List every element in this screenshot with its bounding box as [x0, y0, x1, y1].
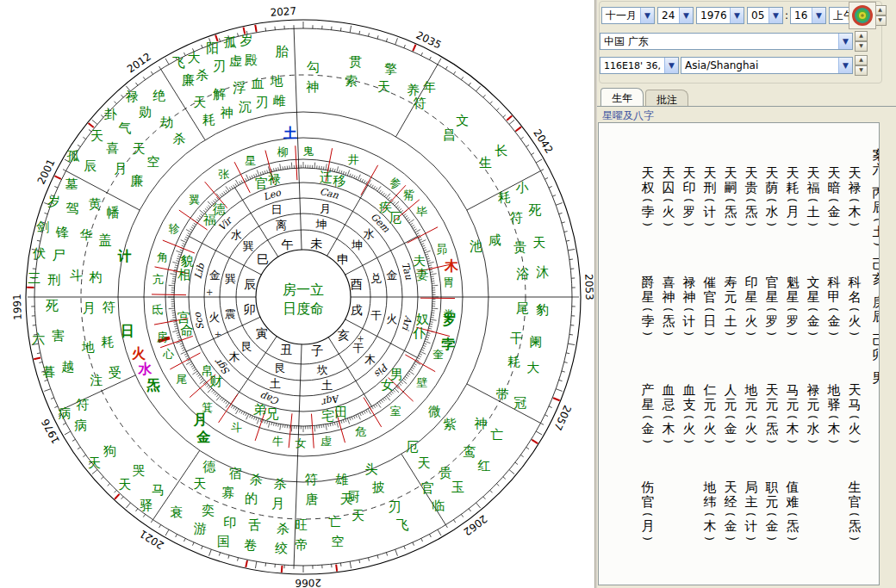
- outer-tick: [509, 470, 514, 474]
- star-table-column: 科名(火): [845, 275, 864, 338]
- outer-tick: [135, 83, 137, 85]
- ruler-tick: [420, 240, 426, 243]
- table-char: 福: [807, 181, 820, 195]
- chevron-down-icon[interactable]: ▼: [664, 58, 678, 73]
- table-char: 金: [725, 422, 737, 436]
- table-char: 金: [766, 519, 779, 534]
- chevron-down-icon[interactable]: ▼: [730, 8, 744, 23]
- year-select[interactable]: 1976 ▼: [696, 7, 744, 24]
- sign-ruler-label: 金: [209, 269, 221, 282]
- chevron-down-icon[interactable]: ▼: [838, 34, 852, 49]
- chevron-down-icon[interactable]: ▼: [838, 58, 852, 73]
- longitude-value: 116E18' 36,: [600, 58, 664, 73]
- branch-label: 未: [310, 237, 322, 251]
- timezone-spinner[interactable]: ▲▼: [855, 55, 868, 76]
- vertical-paren: ): [643, 439, 652, 443]
- region-spinner[interactable]: ▲▼: [855, 31, 868, 52]
- star-name: 带: [495, 387, 508, 402]
- ruler-tick: [356, 415, 357, 418]
- star-name: 岁: [47, 194, 60, 209]
- ruler-tick: [426, 258, 429, 259]
- longitude-select[interactable]: 116E18' 36, ▼: [600, 57, 679, 74]
- sign-ruler-label: 月: [320, 202, 331, 215]
- ruler-tick: [226, 401, 227, 404]
- ruler-tick: [368, 409, 371, 414]
- ruler-tick: [240, 410, 241, 412]
- ruler-tick: [399, 383, 401, 385]
- ruler-tick: [381, 191, 383, 194]
- outer-tick: [202, 45, 202, 48]
- chevron-down-icon[interactable]: ▼: [812, 8, 825, 23]
- star-name: 孤: [67, 148, 80, 164]
- sign-ruler-label: 火: [208, 311, 220, 324]
- minute-select[interactable]: 16 ▼: [790, 7, 826, 24]
- ruler-tick: [352, 417, 352, 419]
- day-select[interactable]: 24 ▼: [657, 7, 694, 24]
- ruler-tick: [188, 233, 190, 235]
- ruler-tick: [420, 351, 426, 354]
- sector-line: [299, 344, 302, 426]
- star-name: 耗: [202, 112, 215, 127]
- outer-tick: [114, 102, 116, 104]
- chevron-down-icon[interactable]: ▼: [768, 8, 782, 23]
- chevron-down-icon[interactable]: ▼: [640, 8, 654, 23]
- star-name: 索: [345, 73, 358, 89]
- hour-select[interactable]: 05 ▼: [747, 7, 783, 24]
- ruler-tick: [260, 172, 261, 175]
- tab-annotation[interactable]: 批注: [645, 90, 688, 106]
- table-char: 金: [725, 519, 737, 534]
- mansion-label: 危: [355, 425, 366, 438]
- chevron-down-icon[interactable]: ▼: [679, 8, 693, 23]
- outer-tick: [44, 380, 47, 381]
- star-table-column: 催官(日): [700, 275, 719, 338]
- star-name: 亡: [328, 514, 341, 529]
- table-char: 辰: [873, 201, 880, 215]
- tab-birth-year[interactable]: 生年: [600, 88, 644, 106]
- house-label: 官: [255, 176, 268, 191]
- outer-tick: [265, 563, 266, 566]
- ruler-tick: [371, 185, 373, 188]
- table-char: 元: [745, 398, 758, 412]
- outer-tick: [509, 120, 514, 124]
- ruler-tick: [175, 265, 177, 266]
- table-char: 卯: [873, 348, 880, 362]
- star-name: 越: [61, 359, 74, 374]
- branch-label: 戌: [351, 303, 363, 317]
- trigram-label: 兑: [370, 272, 382, 285]
- spin-up-icon: ▲: [855, 31, 868, 41]
- outer-tick: [544, 415, 548, 417]
- region-select[interactable]: 中国 广东 ▼: [600, 33, 853, 50]
- star-name: 贯: [349, 54, 362, 70]
- timezone-select[interactable]: Asia/Shanghai ▼: [681, 57, 853, 74]
- star-name: 受: [109, 365, 121, 381]
- table-char: 木: [663, 422, 675, 436]
- outer-tick: [469, 509, 470, 511]
- sign-ruler-label: 水: [364, 227, 375, 240]
- star-name: 沉: [239, 99, 252, 115]
- star-name: 生: [479, 155, 492, 170]
- outer-tick: [377, 35, 378, 39]
- month-select[interactable]: 十一月 ▼: [601, 7, 655, 24]
- outer-tick: [438, 59, 441, 65]
- star-name: 血: [252, 76, 264, 91]
- outer-tick: [176, 534, 177, 537]
- vertical-paren: (: [849, 307, 859, 312]
- outer-tick: [476, 503, 481, 508]
- section-title-stars-bazi[interactable]: 星曜及八字: [602, 108, 654, 123]
- calculate-button[interactable]: [849, 2, 876, 29]
- ruler-tick: [383, 193, 384, 195]
- ruler-tick: [169, 285, 175, 286]
- outer-tick: [72, 439, 75, 441]
- sign-ruler-label: 木: [364, 353, 376, 366]
- ruler-tick: [429, 267, 432, 268]
- region-value: 中国 广东: [600, 34, 838, 49]
- outer-tick: [340, 563, 341, 566]
- vertical-paren: ): [643, 536, 652, 541]
- table-char: 亥: [873, 272, 880, 287]
- ruler-tick: [241, 411, 243, 413]
- planet-marker: 炁: [146, 377, 160, 393]
- ruler-tick: [350, 174, 351, 176]
- house-label: 相: [177, 267, 190, 282]
- ruler-tick: [428, 262, 434, 263]
- ruler-tick: [181, 240, 186, 243]
